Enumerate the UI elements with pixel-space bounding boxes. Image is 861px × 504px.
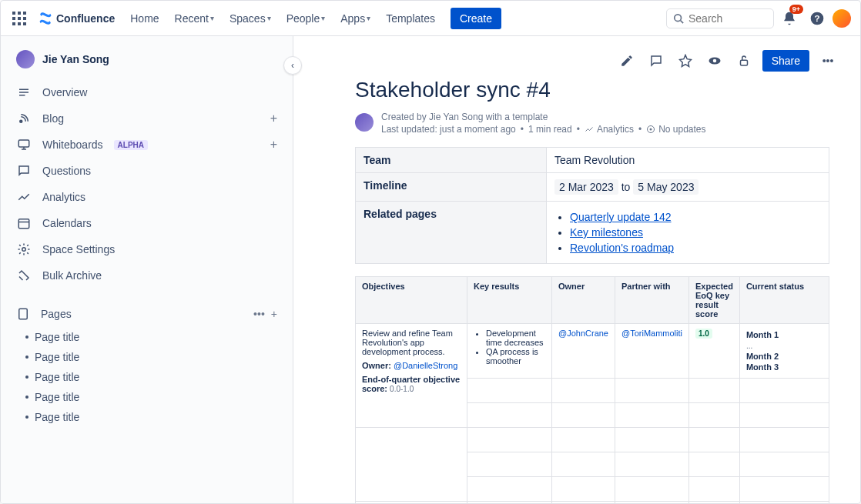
page-tree-item[interactable]: Page title bbox=[7, 347, 286, 367]
comment-icon[interactable] bbox=[645, 50, 667, 72]
sidebar-item-space-settings[interactable]: Space Settings bbox=[7, 236, 286, 262]
date-from-chip[interactable]: 2 Mar 2023 bbox=[554, 179, 618, 195]
related-link[interactable]: Quarterly update 142 bbox=[570, 211, 672, 223]
svg-rect-15 bbox=[19, 95, 25, 96]
share-button[interactable]: Share bbox=[762, 50, 809, 72]
sidebar-item-calendars[interactable]: Calendars bbox=[7, 210, 286, 236]
help-icon[interactable]: ? bbox=[805, 6, 829, 31]
date-to-chip[interactable]: 5 May 2023 bbox=[633, 179, 699, 195]
related-link[interactable]: Revolution's roadmap bbox=[570, 242, 674, 254]
col-status: Current status bbox=[739, 277, 829, 324]
svg-rect-14 bbox=[19, 92, 28, 93]
edit-icon[interactable] bbox=[616, 50, 638, 72]
svg-point-27 bbox=[650, 129, 652, 131]
page-tree: Page title Page title Page title Page ti… bbox=[1, 327, 293, 427]
main-content: Share ••• Stakeholder sync #4 Created by… bbox=[293, 36, 860, 503]
col-expected: Expected EoQ key result score bbox=[689, 277, 740, 324]
chevron-down-icon: ▾ bbox=[210, 14, 214, 22]
nav-recent[interactable]: Recent▾ bbox=[169, 9, 220, 28]
analytics-link[interactable]: Analytics bbox=[585, 124, 634, 135]
mention-partner[interactable]: @ToriMammoliti bbox=[621, 329, 682, 338]
blog-icon bbox=[16, 111, 32, 126]
collapse-sidebar-button[interactable]: ‹ bbox=[283, 56, 302, 75]
okr-row bbox=[356, 502, 829, 504]
okr-table: Objectives Key results Owner Partner wit… bbox=[355, 276, 829, 503]
svg-rect-22 bbox=[19, 309, 28, 319]
restrictions-icon[interactable] bbox=[733, 50, 755, 72]
pages-more-icon[interactable]: ••• bbox=[253, 308, 265, 320]
nav-spaces[interactable]: Spaces▾ bbox=[223, 9, 277, 28]
svg-rect-6 bbox=[12, 22, 15, 25]
chevron-down-icon: ▾ bbox=[321, 14, 325, 22]
app-switcher-icon[interactable] bbox=[10, 9, 28, 28]
sidebar-item-bulk-archive[interactable]: Bulk Archive bbox=[7, 262, 286, 289]
search-input[interactable] bbox=[688, 12, 767, 25]
sidebar-item-blog[interactable]: Blog + bbox=[7, 105, 286, 132]
watch-icon[interactable] bbox=[704, 50, 725, 72]
sidebar-item-questions[interactable]: Questions bbox=[7, 158, 286, 184]
gear-icon bbox=[16, 242, 32, 257]
svg-line-10 bbox=[681, 20, 684, 23]
svg-rect-0 bbox=[12, 12, 15, 15]
add-blog-icon[interactable]: + bbox=[270, 112, 277, 125]
add-page-icon[interactable]: + bbox=[271, 308, 277, 320]
page-tree-item[interactable]: Page title bbox=[7, 407, 286, 427]
svg-rect-4 bbox=[18, 17, 21, 20]
col-partner: Partner with bbox=[615, 277, 688, 324]
svg-rect-1 bbox=[18, 12, 21, 15]
author-avatar-icon[interactable] bbox=[355, 113, 374, 132]
page-tree-item[interactable]: Page title bbox=[7, 327, 286, 347]
col-objectives: Objectives bbox=[356, 277, 467, 324]
search-icon bbox=[673, 13, 684, 24]
page-tree-item[interactable]: Page title bbox=[7, 367, 286, 387]
profile-avatar[interactable] bbox=[833, 9, 851, 28]
pages-section-header[interactable]: Pages ••• + bbox=[1, 301, 293, 327]
info-related-label: Related pages bbox=[356, 202, 547, 264]
more-actions-icon[interactable]: ••• bbox=[817, 50, 839, 72]
whiteboards-icon bbox=[16, 137, 32, 152]
okr-row bbox=[356, 428, 829, 452]
svg-rect-7 bbox=[18, 22, 21, 25]
nav-people[interactable]: People▾ bbox=[280, 9, 332, 28]
confluence-mark-icon bbox=[38, 11, 53, 26]
sidebar-item-whiteboards[interactable]: Whiteboards ALPHA + bbox=[7, 132, 286, 158]
notifications-icon[interactable]: 9+ bbox=[777, 6, 802, 31]
svg-rect-5 bbox=[23, 17, 26, 20]
alpha-badge: ALPHA bbox=[114, 140, 148, 150]
svg-text:?: ? bbox=[814, 13, 819, 23]
sidebar-item-analytics[interactable]: Analytics bbox=[7, 184, 286, 210]
notification-badge: 9+ bbox=[789, 5, 803, 14]
svg-rect-2 bbox=[23, 12, 26, 15]
confluence-logo[interactable]: Confluence bbox=[38, 11, 115, 26]
svg-rect-25 bbox=[740, 60, 747, 65]
add-whiteboard-icon[interactable]: + bbox=[270, 138, 277, 152]
create-button[interactable]: Create bbox=[451, 8, 501, 29]
mention-kr-owner[interactable]: @JohnCrane bbox=[558, 329, 608, 338]
svg-point-9 bbox=[675, 14, 682, 21]
space-header[interactable]: Jie Yan Song bbox=[1, 36, 293, 76]
chevron-down-icon: ▾ bbox=[267, 14, 271, 22]
related-link[interactable]: Key milestones bbox=[570, 226, 643, 239]
mention-owner[interactable]: @DanielleStrong bbox=[394, 361, 457, 370]
okr-row: Review and refine Team Revolution's app … bbox=[356, 324, 829, 379]
read-time-text: 1 min read bbox=[528, 124, 572, 135]
sidebar-item-overview[interactable]: Overview bbox=[7, 79, 286, 105]
score-chip: 1.0 bbox=[695, 329, 712, 339]
created-by-text: Created by Jie Yan Song with a template bbox=[381, 112, 706, 122]
page-tree-item[interactable]: Page title bbox=[7, 387, 286, 407]
page-byline: Created by Jie Yan Song with a template … bbox=[355, 112, 829, 135]
updates-link[interactable]: No updates bbox=[646, 124, 705, 135]
space-name: Jie Yan Song bbox=[42, 53, 109, 65]
svg-rect-3 bbox=[12, 17, 15, 20]
col-owner: Owner bbox=[552, 277, 615, 324]
nav-templates[interactable]: Templates bbox=[380, 9, 441, 28]
svg-point-24 bbox=[712, 59, 716, 63]
info-table: Team Team Revolution Timeline 2 Mar 2023… bbox=[355, 147, 829, 264]
search-box[interactable] bbox=[666, 8, 774, 28]
page-action-bar: Share ••• bbox=[293, 36, 860, 72]
nav-home[interactable]: Home bbox=[124, 9, 165, 28]
col-key-results: Key results bbox=[467, 277, 552, 324]
nav-apps[interactable]: Apps▾ bbox=[334, 9, 377, 28]
info-timeline-value: 2 Mar 2023 to 5 May 2023 bbox=[547, 173, 829, 202]
star-icon[interactable] bbox=[675, 50, 696, 72]
